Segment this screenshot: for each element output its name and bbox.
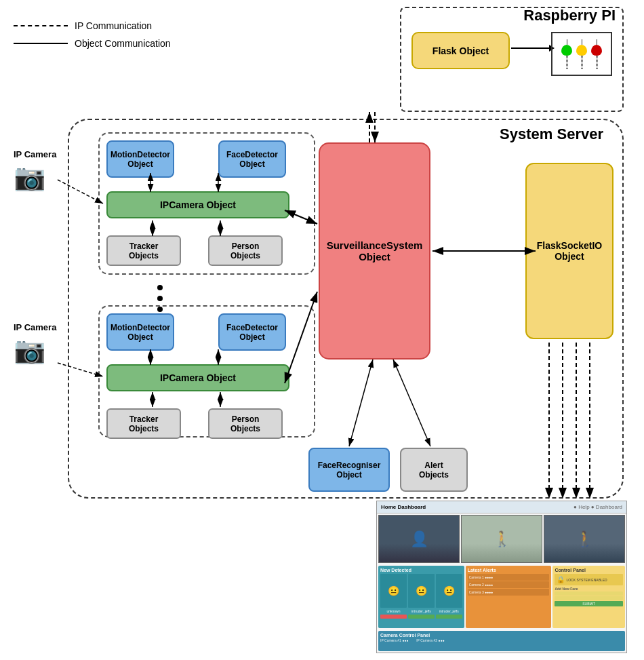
camera-icon-1: 📷 <box>14 162 56 192</box>
legend-obj-label: Object Communication <box>75 38 171 49</box>
ip-camera-group-2: IP Camera 📷 <box>14 322 56 365</box>
ip-camera-label-2: IP Camera <box>14 322 56 332</box>
led-green-icon <box>561 45 572 56</box>
raspberry-pi-box: Raspberry PI Flask Object <box>400 7 624 112</box>
legend-ip-comm: IP Communication <box>14 20 171 31</box>
face-recogniser-box: FaceRecogniser Object <box>308 448 390 492</box>
dot-3 <box>157 307 163 312</box>
camera-control-panel: Camera Control Panel IP Camera #1 ●●● IP… <box>378 631 625 651</box>
solid-line-icon <box>14 43 68 44</box>
ip-camera-group-1: IP Camera 📷 <box>14 149 56 192</box>
dashboard-header: Home Dashboard ● Help ● Dashboard <box>377 501 626 513</box>
video-feed-2: 🚶 <box>461 515 542 563</box>
flask-socketio-box: FlaskSocketIO Object <box>525 163 613 339</box>
tracker-objects-1: Tracker Objects <box>106 235 181 266</box>
control-panel: Control Panel 🔒 LOCK SYSTEM ENABLED Add … <box>552 566 625 628</box>
latest-alerts-panel: Latest Alerts Camera 1 ●●●● Camera 2 ●●●… <box>466 566 552 628</box>
dashboard-screenshot: Home Dashboard ● Help ● Dashboard 👤 🚶 🚶 <box>376 501 627 653</box>
face-detector-2: FaceDetector Object <box>218 313 286 351</box>
alert-objects-box: Alert Objects <box>400 448 468 492</box>
face-detector-1: FaceDetector Object <box>218 140 286 178</box>
led-red-resistor <box>591 39 602 69</box>
dot-1 <box>157 285 163 290</box>
video-feed-3: 🚶 <box>544 515 625 563</box>
tracker-objects-2: Tracker Objects <box>106 408 181 439</box>
content-row: New Detected 😐 😐 😐 unknown intruder_jeff… <box>377 564 626 629</box>
legend: IP Communication Object Communication <box>14 20 171 56</box>
system-server-title: System Server <box>500 125 603 143</box>
led-red-icon <box>591 45 602 56</box>
ipcamera-object-1: IPCamera Object <box>106 191 289 218</box>
raspi-title: Raspberry PI <box>523 7 616 24</box>
inner-section-2: MotionDetector Object FaceDetector Objec… <box>98 305 315 438</box>
dot-2 <box>157 296 163 301</box>
motion-detector-1: MotionDetector Object <box>106 140 174 178</box>
legend-ip-label: IP Communication <box>75 20 152 31</box>
camera-icon-2: 📷 <box>14 335 56 365</box>
legend-obj-comm: Object Communication <box>14 38 171 49</box>
person-objects-1: Person Objects <box>208 235 283 266</box>
flask-object-box: Flask Object <box>411 32 510 69</box>
dots-separator <box>157 285 163 312</box>
led-yellow-icon <box>576 45 587 56</box>
ip-camera-label-1: IP Camera <box>14 149 56 159</box>
inner-section-1: MotionDetector Object FaceDetector Objec… <box>98 132 315 275</box>
video-row: 👤 🚶 🚶 <box>377 513 626 564</box>
ipcamera-object-2: IPCamera Object <box>106 364 289 391</box>
led-yellow-resistor <box>576 39 587 69</box>
motion-detector-2: MotionDetector Object <box>106 313 174 351</box>
dashed-line-icon <box>14 25 68 26</box>
led-green-resistor <box>561 39 572 69</box>
person-objects-2: Person Objects <box>208 408 283 439</box>
new-detected-panel: New Detected 😐 😐 😐 unknown intruder_jeff… <box>378 566 464 628</box>
video-feed-1: 👤 <box>378 515 460 563</box>
led-indicator-box <box>551 32 612 76</box>
surveillance-system-box: SurveillanceSystem Object <box>319 142 430 360</box>
